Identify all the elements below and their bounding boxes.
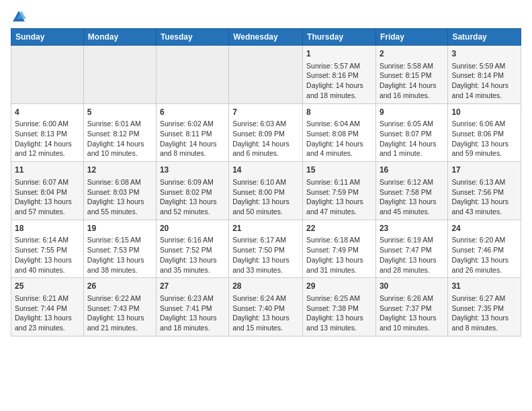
week-row-2: 4Sunrise: 6:00 AMSunset: 8:13 PMDaylight… bbox=[11, 103, 521, 162]
day-number: 23 bbox=[380, 223, 444, 234]
cell-content: Sunrise: 6:15 AMSunset: 7:53 PMDaylight:… bbox=[87, 235, 152, 275]
calendar-cell: 22Sunrise: 6:18 AMSunset: 7:49 PMDayligh… bbox=[303, 220, 376, 278]
day-number: 7 bbox=[232, 107, 299, 118]
cell-content: Sunrise: 6:01 AMSunset: 8:12 PMDaylight:… bbox=[87, 119, 152, 158]
calendar-cell: 9Sunrise: 6:05 AMSunset: 8:07 PMDaylight… bbox=[375, 103, 447, 162]
day-number: 13 bbox=[160, 165, 225, 176]
day-number: 10 bbox=[451, 107, 517, 118]
cell-content: Sunrise: 6:26 AMSunset: 7:37 PMDaylight:… bbox=[380, 293, 444, 333]
calendar-cell: 8Sunrise: 6:04 AMSunset: 8:08 PMDaylight… bbox=[303, 103, 376, 162]
calendar-cell bbox=[11, 46, 84, 104]
week-row-5: 25Sunrise: 6:21 AMSunset: 7:44 PMDayligh… bbox=[11, 278, 521, 336]
calendar-cell: 6Sunrise: 6:02 AMSunset: 8:11 PMDaylight… bbox=[156, 103, 228, 162]
day-number: 30 bbox=[380, 281, 444, 292]
cell-content: Sunrise: 6:02 AMSunset: 8:11 PMDaylight:… bbox=[160, 119, 225, 158]
calendar-cell: 27Sunrise: 6:23 AMSunset: 7:41 PMDayligh… bbox=[156, 278, 228, 336]
day-number: 14 bbox=[232, 165, 299, 176]
calendar-table: SundayMondayTuesdayWednesdayThursdayFrid… bbox=[11, 28, 521, 336]
cell-content: Sunrise: 6:25 AMSunset: 7:38 PMDaylight:… bbox=[306, 293, 372, 333]
day-number: 15 bbox=[306, 165, 372, 176]
cell-content: Sunrise: 6:03 AMSunset: 8:09 PMDaylight:… bbox=[232, 119, 299, 158]
logo bbox=[11, 11, 26, 23]
cell-content: Sunrise: 6:05 AMSunset: 8:07 PMDaylight:… bbox=[380, 119, 444, 158]
calendar-cell: 28Sunrise: 6:24 AMSunset: 7:40 PMDayligh… bbox=[229, 278, 303, 336]
calendar-cell: 20Sunrise: 6:16 AMSunset: 7:52 PMDayligh… bbox=[156, 220, 228, 278]
cell-content: Sunrise: 6:10 AMSunset: 8:00 PMDaylight:… bbox=[232, 177, 299, 217]
calendar-cell: 19Sunrise: 6:15 AMSunset: 7:53 PMDayligh… bbox=[83, 220, 156, 278]
calendar-cell: 2Sunrise: 5:58 AMSunset: 8:15 PMDaylight… bbox=[375, 46, 447, 104]
cell-content: Sunrise: 6:12 AMSunset: 7:58 PMDaylight:… bbox=[380, 177, 444, 217]
calendar-cell: 17Sunrise: 6:13 AMSunset: 7:56 PMDayligh… bbox=[448, 162, 521, 220]
day-number: 28 bbox=[232, 281, 299, 292]
cell-content: Sunrise: 6:20 AMSunset: 7:46 PMDaylight:… bbox=[451, 235, 517, 275]
cell-content: Sunrise: 5:57 AMSunset: 8:16 PMDaylight:… bbox=[306, 61, 372, 101]
day-number: 16 bbox=[380, 165, 444, 176]
calendar-cell: 10Sunrise: 6:06 AMSunset: 8:06 PMDayligh… bbox=[448, 103, 521, 162]
cell-content: Sunrise: 6:17 AMSunset: 7:50 PMDaylight:… bbox=[232, 235, 299, 275]
week-row-4: 18Sunrise: 6:14 AMSunset: 7:55 PMDayligh… bbox=[11, 220, 521, 278]
calendar-cell bbox=[83, 46, 156, 104]
day-number: 9 bbox=[380, 107, 444, 118]
day-number: 6 bbox=[160, 107, 225, 118]
day-number: 12 bbox=[87, 165, 152, 176]
col-header-wednesday: Wednesday bbox=[229, 29, 303, 46]
cell-content: Sunrise: 6:07 AMSunset: 8:04 PMDaylight:… bbox=[15, 177, 80, 217]
calendar-cell: 29Sunrise: 6:25 AMSunset: 7:38 PMDayligh… bbox=[303, 278, 376, 336]
calendar-cell: 12Sunrise: 6:08 AMSunset: 8:03 PMDayligh… bbox=[83, 162, 156, 220]
col-header-monday: Monday bbox=[83, 29, 156, 46]
col-header-saturday: Saturday bbox=[448, 29, 521, 46]
calendar-cell: 24Sunrise: 6:20 AMSunset: 7:46 PMDayligh… bbox=[448, 220, 521, 278]
calendar-cell: 26Sunrise: 6:22 AMSunset: 7:43 PMDayligh… bbox=[83, 278, 156, 336]
calendar-cell: 21Sunrise: 6:17 AMSunset: 7:50 PMDayligh… bbox=[229, 220, 303, 278]
day-number: 4 bbox=[15, 107, 80, 118]
day-number: 18 bbox=[15, 223, 80, 234]
calendar-cell: 16Sunrise: 6:12 AMSunset: 7:58 PMDayligh… bbox=[375, 162, 447, 220]
calendar-cell: 25Sunrise: 6:21 AMSunset: 7:44 PMDayligh… bbox=[11, 278, 84, 336]
cell-content: Sunrise: 5:59 AMSunset: 8:14 PMDaylight:… bbox=[451, 61, 517, 101]
cell-content: Sunrise: 6:27 AMSunset: 7:35 PMDaylight:… bbox=[451, 293, 517, 333]
cell-content: Sunrise: 6:13 AMSunset: 7:56 PMDaylight:… bbox=[451, 177, 517, 217]
day-number: 11 bbox=[15, 165, 80, 176]
calendar-cell: 13Sunrise: 6:09 AMSunset: 8:02 PMDayligh… bbox=[156, 162, 228, 220]
day-number: 19 bbox=[87, 223, 152, 234]
day-number: 26 bbox=[87, 281, 152, 292]
calendar-cell: 7Sunrise: 6:03 AMSunset: 8:09 PMDaylight… bbox=[229, 103, 303, 162]
cell-content: Sunrise: 6:08 AMSunset: 8:03 PMDaylight:… bbox=[87, 177, 152, 217]
day-number: 3 bbox=[451, 48, 517, 60]
calendar-cell bbox=[229, 46, 303, 104]
day-number: 21 bbox=[232, 223, 299, 234]
cell-content: Sunrise: 6:06 AMSunset: 8:06 PMDaylight:… bbox=[451, 119, 517, 158]
calendar-cell: 30Sunrise: 6:26 AMSunset: 7:37 PMDayligh… bbox=[375, 278, 447, 336]
cell-content: Sunrise: 6:22 AMSunset: 7:43 PMDaylight:… bbox=[87, 293, 152, 333]
calendar-cell bbox=[156, 46, 228, 104]
col-header-thursday: Thursday bbox=[303, 29, 376, 46]
cell-content: Sunrise: 6:19 AMSunset: 7:47 PMDaylight:… bbox=[380, 235, 444, 275]
day-number: 22 bbox=[306, 223, 372, 234]
col-header-sunday: Sunday bbox=[11, 29, 84, 46]
day-number: 29 bbox=[306, 281, 372, 292]
calendar-cell: 23Sunrise: 6:19 AMSunset: 7:47 PMDayligh… bbox=[375, 220, 447, 278]
calendar-cell: 4Sunrise: 6:00 AMSunset: 8:13 PMDaylight… bbox=[11, 103, 84, 162]
cell-content: Sunrise: 6:23 AMSunset: 7:41 PMDaylight:… bbox=[160, 293, 225, 333]
day-number: 17 bbox=[451, 165, 517, 176]
calendar-cell: 14Sunrise: 6:10 AMSunset: 8:00 PMDayligh… bbox=[229, 162, 303, 220]
day-number: 24 bbox=[451, 223, 517, 234]
page-header bbox=[11, 11, 521, 23]
calendar-cell: 5Sunrise: 6:01 AMSunset: 8:12 PMDaylight… bbox=[83, 103, 156, 162]
calendar-cell: 1Sunrise: 5:57 AMSunset: 8:16 PMDaylight… bbox=[303, 46, 376, 104]
cell-content: Sunrise: 5:58 AMSunset: 8:15 PMDaylight:… bbox=[380, 61, 444, 101]
cell-content: Sunrise: 6:18 AMSunset: 7:49 PMDaylight:… bbox=[306, 235, 372, 275]
week-row-1: 1Sunrise: 5:57 AMSunset: 8:16 PMDaylight… bbox=[11, 46, 521, 104]
col-header-friday: Friday bbox=[375, 29, 447, 46]
day-number: 5 bbox=[87, 107, 152, 118]
calendar-cell: 15Sunrise: 6:11 AMSunset: 7:59 PMDayligh… bbox=[303, 162, 376, 220]
calendar-cell: 11Sunrise: 6:07 AMSunset: 8:04 PMDayligh… bbox=[11, 162, 84, 220]
logo-icon bbox=[11, 9, 26, 24]
day-number: 25 bbox=[15, 281, 80, 292]
day-number: 20 bbox=[160, 223, 225, 234]
calendar-cell: 31Sunrise: 6:27 AMSunset: 7:35 PMDayligh… bbox=[448, 278, 521, 336]
calendar-cell: 18Sunrise: 6:14 AMSunset: 7:55 PMDayligh… bbox=[11, 220, 84, 278]
day-number: 1 bbox=[306, 48, 372, 60]
cell-content: Sunrise: 6:00 AMSunset: 8:13 PMDaylight:… bbox=[15, 119, 80, 158]
cell-content: Sunrise: 6:11 AMSunset: 7:59 PMDaylight:… bbox=[306, 177, 372, 217]
